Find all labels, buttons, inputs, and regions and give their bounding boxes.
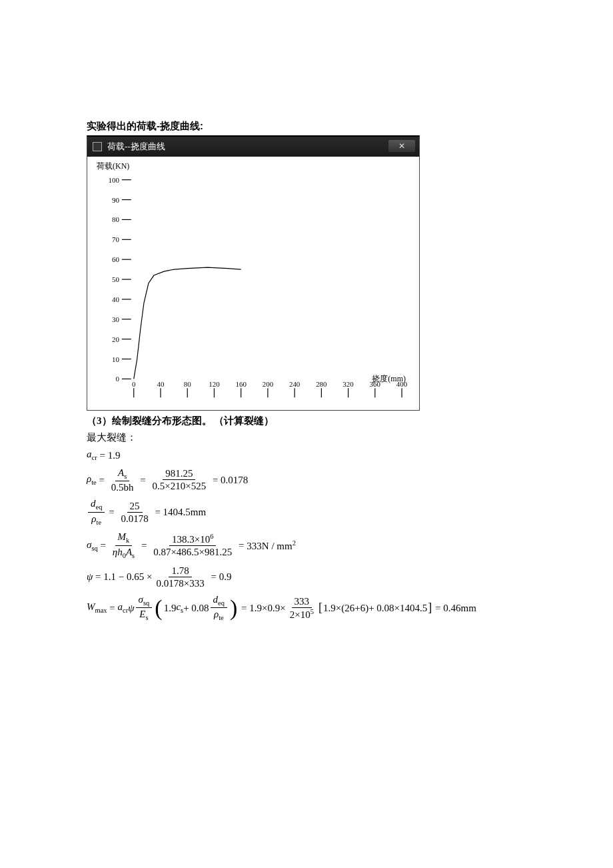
eq-psi: ψ = 1.1 − 0.65 × 1.78 0.0178×333 = 0.9 — [87, 565, 526, 589]
eq-deq-over-rho: deq ρte = 25 0.0178 = 1404.5mm — [87, 497, 526, 527]
svg-text:0: 0 — [132, 380, 136, 388]
chart-y-axis-label: 荷载(KN) — [97, 161, 129, 172]
eq-rho-te: ρte = As 0.5bh = 981.25 0.5×210×525 = 0.… — [87, 467, 526, 494]
chart-area: 荷载(KN) 挠度(mm) 0102030405060708090100 040… — [87, 157, 419, 410]
heading-experiment-curve: 实验得出的荷载-挠度曲线: — [87, 120, 526, 133]
svg-text:160: 160 — [235, 380, 247, 388]
svg-text:40: 40 — [112, 295, 119, 303]
chart-x-axis-label: 挠度(mm) — [372, 373, 406, 385]
x-ticks: 04080120160200240280320360400 — [132, 380, 408, 397]
titlebar: 荷载--挠度曲线 ✕ — [87, 137, 419, 157]
svg-text:20: 20 — [112, 335, 119, 343]
svg-text:200: 200 — [263, 380, 274, 388]
svg-text:80: 80 — [184, 380, 191, 388]
svg-text:120: 120 — [209, 380, 220, 388]
titlebar-text: 荷载--挠度曲线 — [107, 141, 165, 153]
max-crack-label: 最大裂缝： — [87, 431, 526, 444]
svg-text:320: 320 — [342, 380, 354, 388]
svg-text:40: 40 — [157, 380, 165, 388]
section-3-heading: （3）绘制裂缝分布形态图。 （计算裂缝） — [87, 415, 526, 427]
svg-text:50: 50 — [112, 275, 119, 283]
svg-text:0: 0 — [115, 375, 119, 383]
svg-text:80: 80 — [112, 215, 119, 223]
svg-text:90: 90 — [112, 196, 119, 204]
close-button[interactable]: ✕ — [388, 140, 415, 152]
svg-text:10: 10 — [112, 355, 119, 363]
eq-wmax: Wmax = acr ψ σsq Es ( 1.9cs + 0.08 deq ρ… — [87, 593, 526, 623]
svg-text:70: 70 — [112, 235, 119, 243]
eq-acr: acr = 1.9 — [87, 448, 526, 463]
svg-text:280: 280 — [316, 380, 327, 388]
chart-window: 荷载--挠度曲线 ✕ 荷载(KN) 挠度(mm) 010203040506070… — [87, 135, 420, 411]
equations-block: acr = 1.9 ρte = As 0.5bh = 981.25 0.5×21… — [87, 448, 526, 623]
chart-curve — [134, 267, 241, 379]
svg-text:30: 30 — [112, 315, 119, 323]
svg-text:60: 60 — [112, 255, 119, 263]
window-icon — [93, 142, 102, 151]
y-ticks: 0102030405060708090100 — [108, 176, 131, 383]
svg-text:100: 100 — [108, 176, 119, 184]
svg-text:240: 240 — [289, 380, 301, 388]
eq-sigma-sq: σsq = Mk ηh0As = 138.3×106 0.87×486.5×98… — [87, 531, 526, 560]
chart-svg: 0102030405060708090100 04080120160200240… — [97, 163, 410, 406]
close-icon: ✕ — [398, 141, 405, 151]
